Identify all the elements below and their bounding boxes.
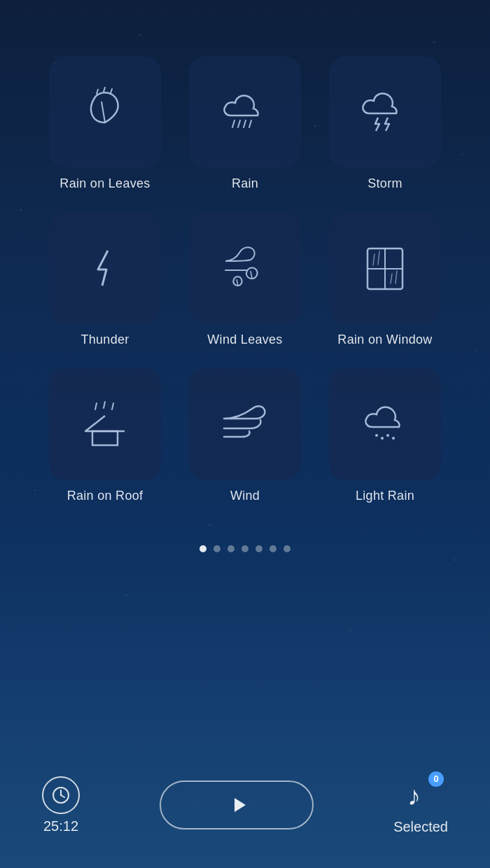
- svg-line-8: [251, 271, 252, 279]
- svg-line-4: [232, 120, 234, 127]
- svg-point-23: [386, 434, 389, 437]
- sound-icon-box: [189, 368, 301, 480]
- svg-line-1: [97, 90, 98, 94]
- svg-line-2: [104, 88, 105, 92]
- sound-label: Rain on Roof: [67, 489, 144, 503]
- sound-label: Light Rain: [356, 489, 414, 503]
- pagination-dot-2[interactable]: [227, 545, 234, 552]
- sound-icon-box: [329, 56, 441, 168]
- svg-line-16: [396, 271, 397, 284]
- svg-line-7: [249, 120, 251, 127]
- svg-line-15: [391, 274, 392, 284]
- sound-label: Rain on Window: [337, 332, 432, 347]
- svg-line-9: [237, 279, 238, 286]
- pagination-dot-3[interactable]: [241, 545, 248, 552]
- sound-label: Rain: [232, 176, 258, 191]
- pagination-dot-5[interactable]: [270, 545, 276, 552]
- pagination-dot-4[interactable]: [255, 545, 262, 552]
- pagination-dot-0[interactable]: [200, 545, 206, 552]
- sound-icon-box: [189, 212, 301, 324]
- sound-item-rain[interactable]: Rain: [189, 56, 301, 191]
- sound-item-thunder[interactable]: Thunder: [49, 212, 161, 347]
- svg-line-6: [244, 120, 246, 127]
- pagination-dots: [200, 545, 290, 552]
- sound-grid: Rain on Leaves Rain: [21, 56, 469, 503]
- sound-label: Thunder: [80, 332, 129, 347]
- sound-icon-box: [49, 368, 161, 480]
- sound-label: Wind: [230, 489, 260, 503]
- sound-item-rain-on-leaves[interactable]: Rain on Leaves: [49, 56, 161, 191]
- sound-icon-box: [49, 212, 161, 324]
- svg-line-19: [104, 402, 105, 408]
- sound-label: Wind Leaves: [207, 332, 282, 347]
- svg-line-3: [111, 89, 112, 93]
- sound-item-wind-leaves[interactable]: Wind Leaves: [189, 212, 301, 347]
- sound-icon-box: [189, 56, 301, 168]
- svg-line-18: [95, 403, 97, 410]
- sound-icon-box: [329, 368, 441, 480]
- pagination-dot-1[interactable]: [214, 545, 220, 552]
- app-container: Rain on Leaves Rain: [0, 0, 490, 868]
- svg-line-0: [102, 102, 105, 122]
- sound-label: Storm: [368, 176, 402, 191]
- svg-point-22: [381, 437, 384, 440]
- sound-icon-box: [329, 212, 441, 324]
- svg-line-20: [112, 403, 113, 410]
- pagination-dot-6[interactable]: [284, 545, 290, 552]
- sound-icon-box: [49, 56, 161, 168]
- sound-item-rain-on-window[interactable]: Rain on Window: [329, 212, 441, 347]
- svg-point-21: [375, 434, 378, 437]
- sound-item-storm[interactable]: Storm: [329, 56, 441, 191]
- sound-item-light-rain[interactable]: Light Rain: [329, 368, 441, 503]
- svg-line-5: [238, 120, 240, 127]
- sound-label: Rain on Leaves: [59, 176, 150, 191]
- svg-rect-17: [92, 431, 118, 445]
- sound-item-wind[interactable]: Wind: [189, 368, 301, 503]
- sound-item-rain-on-roof[interactable]: Rain on Roof: [49, 368, 161, 503]
- svg-line-14: [378, 251, 379, 265]
- svg-point-24: [392, 437, 395, 440]
- svg-line-13: [373, 254, 374, 265]
